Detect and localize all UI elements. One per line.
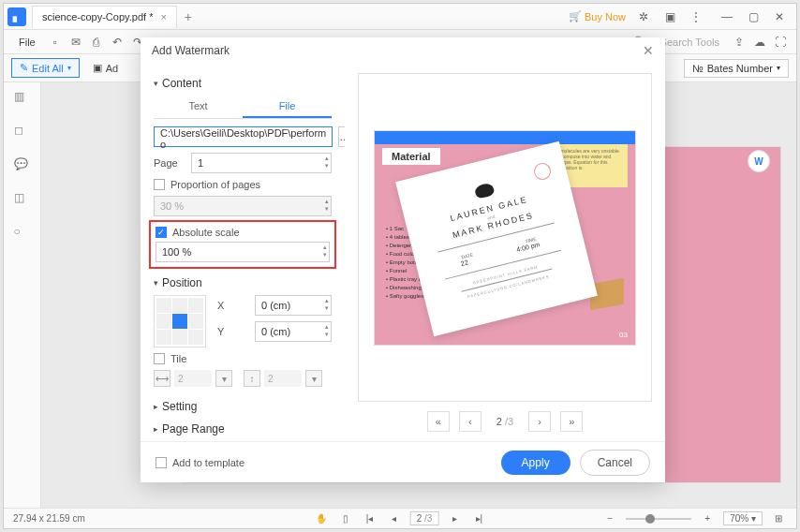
first-page-icon[interactable]: |◂ [362,510,378,527]
tab-file[interactable]: File [243,96,332,118]
cloud-icon[interactable]: ☁ [751,34,768,51]
undo-icon[interactable]: ↶ [109,34,126,51]
save-icon[interactable]: ▫ [47,34,64,51]
checkbox-icon [156,457,167,468]
next-page-icon[interactable]: ▸ [446,510,463,527]
dialog-preview-panel: Material Some molecules are very unstabl… [345,64,665,441]
comment-icon[interactable]: 💬 [14,157,31,174]
y-label: Y [217,326,249,337]
dialog-close-button[interactable]: ✕ [643,43,654,58]
print-icon[interactable]: ⎙ [88,34,105,51]
absolute-scale-input[interactable]: 100 %▴▾ [156,242,330,262]
thumbnails-icon[interactable]: ▥ [14,90,31,107]
share-icon[interactable]: ⇪ [731,34,748,51]
content-type-tabs: Text File [154,96,332,119]
tab-close-icon[interactable]: × [160,11,166,22]
bookmark-icon[interactable]: ◻ [14,124,31,140]
chevron-down-icon: ▾ [67,64,71,72]
proportion-input: 30 %▴▾ [154,196,332,216]
page-input[interactable]: 2 /3 [410,511,439,525]
add-to-template-checkbox[interactable]: Add to template [156,457,244,468]
pager-prev-button[interactable]: ‹ [459,411,481,432]
dialog-settings-panel: Content Text File C:\Users\Geili\Desktop… [141,64,345,441]
gift-icon[interactable]: ▣ [661,8,678,25]
cancel-button[interactable]: Cancel [580,450,650,476]
tile-checkbox[interactable]: Tile [154,353,332,364]
menu-file[interactable]: File [11,35,43,50]
absolute-scale-checkbox[interactable]: Absolute scale [156,227,330,238]
more-icon[interactable]: ⋮ [688,8,704,25]
page-label: Page [154,157,185,169]
word-export-icon[interactable]: W [748,150,770,172]
zoom-value[interactable]: 70% ▾ [723,511,763,525]
add-button[interactable]: ▣ Ad [87,59,124,77]
bates-number-button[interactable]: № Bates Number ▾ [684,59,789,78]
add-watermark-dialog: Add Watermark ✕ Content Text File C:\Use… [141,37,665,482]
absolute-scale-highlight: Absolute scale 100 %▴▾ [149,220,336,269]
pager-page-text: 2 /3 [491,416,519,427]
bates-icon: № [692,63,704,74]
attachment-icon[interactable]: ◫ [14,191,31,208]
preview-page-number: 03 [619,331,628,339]
search-panel-icon[interactable]: ○ [14,225,31,242]
left-panel: ▥ ◻ 💬 ◫ ○ [4,82,41,508]
page-dimensions: 27.94 x 21.59 cm [13,513,85,524]
dialog-footer: Add to template Apply Cancel [141,441,665,482]
document-tab[interactable]: science-copy-Copy.pdf * × [32,6,177,28]
proportion-checkbox[interactable]: Proportion of pages [154,179,332,190]
browse-button[interactable]: … [338,126,345,147]
crop-icon: ▣ [93,62,102,74]
content-section-header[interactable]: Content [154,77,332,90]
titlebar: ▖ science-copy-Copy.pdf * × + 🛒 Buy Now … [4,4,796,30]
select-tool-icon[interactable]: ▯ [337,510,354,527]
position-section-header[interactable]: Position [154,276,332,289]
last-page-icon[interactable]: ▸| [470,510,487,527]
watermark-preview: Material Some molecules are very unstabl… [358,73,652,402]
dialog-title: Add Watermark [152,44,230,57]
new-tab-button[interactable]: + [185,9,192,24]
tile-v-input: 2 [264,370,302,387]
tile-v-icon: ↕ [244,370,260,387]
hand-tool-icon[interactable]: ✋ [313,510,330,527]
y-offset-input[interactable]: 0 (cm)▴▾ [255,321,332,342]
page-number-input[interactable]: 1▴▾ [191,153,332,173]
prev-page-icon[interactable]: ◂ [386,510,403,527]
apply-button[interactable]: Apply [501,451,570,475]
checkbox-on-icon [156,227,167,238]
extension-icon[interactable]: ✲ [635,8,652,25]
page-range-section-header[interactable]: Page Range [154,422,332,436]
buy-now-link[interactable]: 🛒 Buy Now [569,10,626,22]
tile-v-unit: ▾ [305,370,322,387]
edit-icon: ✎ [20,62,28,74]
close-button[interactable]: ✕ [766,6,793,28]
minimize-button[interactable]: — [714,6,740,28]
preview-materials-label: Material [382,148,440,165]
x-offset-input[interactable]: 0 (cm)▴▾ [255,295,332,316]
position-grid[interactable] [154,295,206,347]
edit-all-button[interactable]: ✎ Edit All ▾ [11,58,80,78]
tile-h-input: 2 [174,370,212,387]
pager-first-button[interactable]: « [427,411,450,432]
tab-text[interactable]: Text [154,96,243,118]
tile-h-icon: ⟷ [154,370,170,387]
maximize-button[interactable]: ▢ [740,6,766,28]
zoom-slider[interactable] [626,518,691,520]
zoom-out-icon[interactable]: − [601,510,618,527]
pager-next-button[interactable]: › [528,411,551,432]
tile-h-unit: ▾ [215,370,232,387]
mail-icon[interactable]: ✉ [67,34,84,51]
preview-pager: « ‹ 2 /3 › » [358,411,652,432]
tab-title: science-copy-Copy.pdf * [42,11,153,22]
dialog-titlebar: Add Watermark ✕ [141,37,665,64]
app-icon: ▖ [7,7,26,26]
file-path-input[interactable]: C:\Users\Geili\Desktop\PDF\perform o [154,126,333,147]
checkbox-icon [154,179,165,190]
x-label: X [217,300,249,311]
zoom-in-icon[interactable]: + [699,510,716,527]
fit-icon[interactable]: ⊞ [770,510,787,527]
checkbox-icon [154,353,165,364]
max-icon[interactable]: ⛶ [772,34,789,51]
statusbar: 27.94 x 21.59 cm ✋ ▯ |◂ ◂ 2 /3 ▸ ▸| − + … [4,508,796,528]
setting-section-header[interactable]: Setting [154,400,332,413]
pager-last-button[interactable]: » [560,411,583,432]
